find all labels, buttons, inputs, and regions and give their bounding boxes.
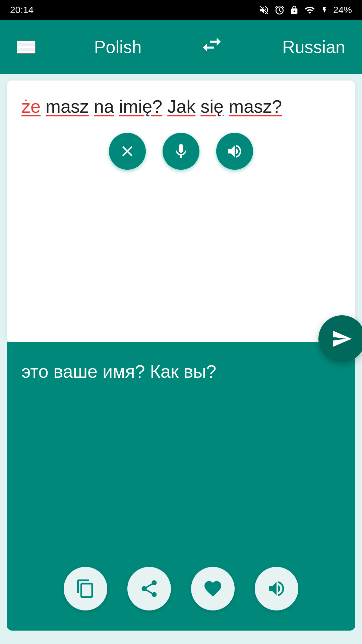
source-word-imie: imię? [119, 96, 162, 116]
lock-icon [290, 5, 299, 15]
favorite-button[interactable] [191, 567, 235, 610]
source-panel: że masz na imię? Jak się masz? [7, 80, 355, 342]
clear-button[interactable] [109, 133, 146, 170]
source-wrapper: że masz na imię? Jak się masz? [0, 80, 362, 342]
share-button[interactable] [127, 567, 171, 610]
source-language[interactable]: Polish [94, 37, 142, 57]
mute-icon [259, 5, 269, 15]
status-icons: 24% [259, 5, 352, 15]
menu-button[interactable] [17, 41, 36, 54]
source-word-jak: Jak [167, 96, 195, 116]
status-bar: 20:14 24% [0, 0, 362, 20]
microphone-button[interactable] [163, 133, 199, 170]
source-word-na: na [94, 96, 114, 116]
signal-icon [304, 5, 316, 15]
source-word-masz1: masz [46, 96, 89, 116]
source-text: że masz na imię? Jak się masz? [21, 94, 341, 119]
source-word-sie: się [200, 96, 224, 116]
speaker-source-button[interactable] [216, 133, 253, 170]
translation-text: это ваше имя? Как вы? [21, 359, 341, 384]
source-word-masz2: masz? [229, 96, 282, 116]
target-language[interactable]: Russian [282, 37, 345, 57]
translation-panel: это ваше имя? Как вы? [7, 342, 355, 631]
charging-icon [320, 5, 328, 15]
source-word-ze: że [21, 96, 41, 116]
status-time: 20:14 [10, 5, 34, 15]
speaker-translation-button[interactable] [255, 567, 298, 610]
alarm-icon [274, 5, 285, 15]
swap-languages-button[interactable] [200, 33, 224, 61]
battery-percent: 24% [333, 5, 352, 15]
translation-actions [7, 567, 355, 610]
send-translate-button[interactable] [318, 315, 362, 362]
copy-button[interactable] [64, 567, 107, 610]
toolbar: Polish Russian [0, 20, 362, 74]
source-actions [21, 133, 341, 170]
